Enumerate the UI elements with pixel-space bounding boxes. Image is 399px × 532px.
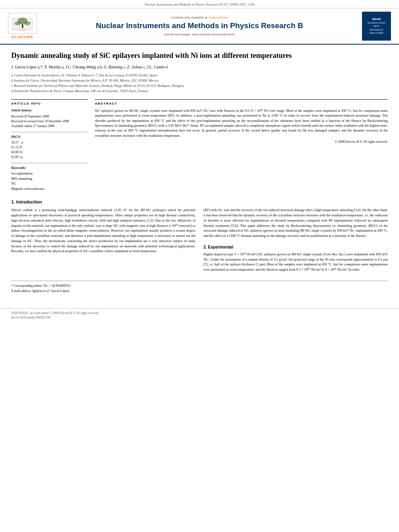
pacs-label: PACS:: [11, 135, 88, 140]
abstract-column: ABSTRACT SiC epilayers grown on 4H-SiC s…: [95, 99, 388, 192]
divider-2: [11, 163, 88, 163]
beam-interactions-logo: BEAM INTERACTIONS WITH MATERIALS AND ATO…: [362, 12, 391, 41]
introduction-section: 1. Introduction Silicon carbide is a pro…: [11, 199, 388, 274]
keyword-2: RBS channeling: [11, 177, 88, 182]
experimental-title: 2. Experimental: [204, 244, 388, 250]
article-history-label: Article history:: [11, 108, 88, 113]
journal-title: Nuclear Instruments and Methods in Physi…: [43, 21, 356, 31]
beam-line2: INTERACTIONS: [368, 21, 386, 25]
footnote-corresponding: * Corresponding author. Tel.: +34 954460…: [11, 283, 388, 288]
authors-line: J. García López a,*, Y. Morilla a, J.C. …: [11, 64, 388, 70]
journal-header: Ne Temere ELSEVIER Contents lists availa…: [0, 8, 399, 45]
intro-col1: Silicon carbide is a promising wide-band…: [11, 207, 195, 274]
sciencedirect-link[interactable]: ScienceDirect: [208, 16, 228, 19]
intro-title: 1. Introduction: [11, 199, 388, 205]
elsevier-wordmark: ELSEVIER: [12, 35, 33, 40]
journal-citation-bar: Nuclear Instruments and Methods in Physi…: [0, 0, 399, 8]
pacs-3: 82.80.Yc: [11, 150, 88, 155]
pacs-4: 61.85.+p: [11, 155, 88, 160]
elsevier-logo: Ne Temere ELSEVIER: [6, 13, 39, 40]
keyword-1: Ion implantation: [11, 171, 88, 177]
journal-center: Contents lists available at ScienceDirec…: [43, 15, 356, 37]
pacs-values: 29.27. –a 61.72.Tt 82.80.Yc 61.85.+p: [11, 140, 88, 160]
license-text: 0168-583X/$ - see front matter © 2009 El…: [11, 311, 388, 316]
svg-point-3: [24, 21, 31, 25]
abstract-body: SiC epilayers grown on 4H-SiC single cry…: [95, 109, 388, 138]
journal-citation-text: Nuclear Instruments and Methods in Physi…: [144, 2, 254, 6]
page-wrapper: Nuclear Instruments and Methods in Physi…: [0, 0, 399, 322]
pacs-1: 29.27. –a: [11, 140, 88, 145]
svg-text:Ne Temere: Ne Temere: [19, 29, 26, 31]
divider-1: [11, 132, 88, 132]
article-title: Dynamic annealing study of SiC epilayers…: [11, 51, 388, 60]
keyword-3: SiC: [11, 181, 88, 187]
bottom-bar: 0168-583X/$ - see front matter © 2009 El…: [0, 308, 399, 322]
journal-homepage: journal homepage: www.elsevier.com/locat…: [43, 32, 356, 37]
doi-text: doi:10.1016/j.nimb.2009.01.030: [11, 316, 388, 320]
footnote-email: E-mail address: fjgl@us.es (J. García Ló…: [11, 289, 388, 293]
beam-line5: AND ATOMS: [370, 31, 384, 35]
beam-line1: BEAM: [372, 17, 381, 21]
intro-two-col: Silicon carbide is a promising wide-band…: [11, 207, 388, 274]
intro-text-col2: (RT) with Al+ ions and the recovery of t…: [204, 207, 388, 238]
abstract-text: SiC epilayers grown on 4H-SiC single cry…: [95, 108, 388, 144]
article-info-abstract-area: ARTICLE INFO Article history: Received 2…: [11, 99, 388, 192]
footnote-area: * Corresponding author. Tel.: +34 954460…: [11, 281, 388, 293]
intro-col2: (RT) with Al+ ions and the recovery of t…: [204, 207, 388, 274]
keyword-4: Magnetic semiconductors: [11, 187, 88, 192]
copyright-text: © 2009 Elsevier B.V. All rights reserved…: [95, 140, 388, 144]
elsevier-logo-image: Ne Temere: [8, 13, 37, 34]
content-area: Dynamic annealing study of SiC epilayers…: [0, 45, 399, 300]
article-dates: Received 26 September 2008 Received in r…: [11, 114, 88, 129]
svg-point-2: [14, 21, 21, 25]
date-available: Available online 27 January 2009: [11, 124, 88, 129]
keywords-values: Ion implantation RBS channeling SiC Magn…: [11, 171, 88, 192]
experimental-text: Highly-doped (n-type 5 × 10¹⁹ N/cm³) SiC…: [204, 252, 388, 272]
affiliation-b: b Instituto de Física, Universidad Nacio…: [11, 78, 388, 83]
abstract-header: ABSTRACT: [95, 99, 388, 106]
affiliation-a: a Centro Nacional de Aceleradores, Av. T…: [11, 73, 388, 78]
pacs-2: 61.72.Tt: [11, 145, 88, 150]
affiliation-c: c Research Institute for Technical Physi…: [11, 84, 388, 88]
experimental-section: 2. Experimental Highly-doped (n-type 5 ×…: [204, 244, 388, 272]
article-info-column: ARTICLE INFO Article history: Received 2…: [11, 99, 88, 192]
authors-text: J. García López a,*, Y. Morilla a, J.C. …: [11, 65, 168, 69]
elsevier-tree-icon: Ne Temere: [10, 14, 35, 32]
article-info-header: ARTICLE INFO: [11, 99, 88, 106]
contents-label: Contents lists available at: [171, 16, 208, 19]
date-revised: Received in revised form 10 December 200…: [11, 119, 88, 124]
keywords-label: Keywords:: [11, 166, 88, 170]
svg-rect-4: [22, 24, 23, 28]
journal-right-logo-area: BEAM INTERACTIONS WITH MATERIALS AND ATO…: [360, 12, 393, 41]
beam-line4: MATERIALS: [370, 28, 383, 31]
beam-line3: WITH: [373, 25, 379, 28]
affiliations: a Centro Nacional de Aceleradores, Av. T…: [11, 73, 388, 94]
sciencedirect-bar: Contents lists available at ScienceDirec…: [43, 15, 356, 20]
date-received: Received 26 September 2008: [11, 114, 88, 119]
intro-text-col1: Silicon carbide is a promising wide-band…: [11, 207, 195, 254]
affiliation-d: d Institut des NanoSciences de Paris, Ca…: [11, 89, 388, 94]
